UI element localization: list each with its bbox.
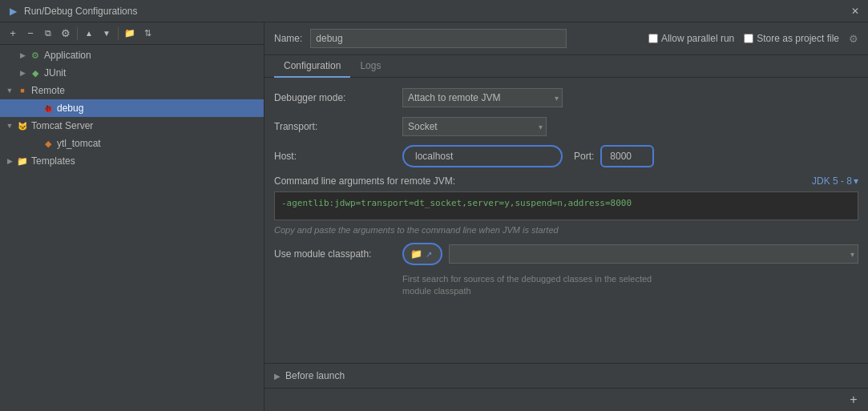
- tab-configuration[interactable]: Configuration: [274, 55, 350, 78]
- main-content: + − ⧉ ⚙ ▲ ▼ 📁 ⇅ ▶ ⚙ Application ▶ ◆ JUni…: [0, 22, 868, 411]
- before-launch-label: Before launch: [285, 370, 345, 381]
- host-input-wrapper: [402, 145, 563, 167]
- toolbar-separator-1: [77, 27, 78, 40]
- tree-label-application: Application: [44, 50, 91, 61]
- chevron-debug: ▶: [29, 102, 42, 115]
- chevron-remote: ▼: [3, 84, 16, 97]
- tree-item-remote[interactable]: ▼ ■ Remote: [0, 82, 264, 99]
- tree-item-ytl-tomcat[interactable]: ▶ ◆ ytl_tomcat: [0, 135, 264, 152]
- tree-item-application[interactable]: ▶ ⚙ Application: [0, 46, 264, 64]
- tree-item-templates[interactable]: ▶ 📁 Templates: [0, 152, 264, 170]
- application-icon: ⚙: [29, 49, 42, 62]
- module-classpath-control: 📁 ↗: [402, 243, 858, 265]
- remove-config-button[interactable]: −: [22, 26, 38, 42]
- cmdline-section-title: Command line arguments for remote JVM: J…: [274, 175, 858, 187]
- cmdline-value: -agentlib:jdwp=transport=dt_socket,serve…: [274, 191, 858, 220]
- tree-label-junit: JUnit: [44, 67, 66, 79]
- tree-label-tomcat: Tomcat Server: [31, 120, 93, 131]
- module-select-wrapper: [449, 244, 858, 264]
- store-project-label: Store as project file: [757, 33, 839, 44]
- name-bar: Name: Allow parallel run Store as projec…: [264, 22, 868, 55]
- module-icon-btn[interactable]: 📁 ↗: [402, 243, 442, 265]
- title-bar-controls: ✕: [849, 5, 862, 18]
- host-label: Host:: [274, 151, 402, 162]
- remote-icon: ■: [16, 84, 29, 97]
- tree-item-tomcat[interactable]: ▼ 🐱 Tomcat Server: [0, 117, 264, 135]
- module-hint-text-2: module classpath: [402, 286, 471, 296]
- close-button[interactable]: ✕: [849, 5, 862, 18]
- port-input-wrapper: [600, 145, 654, 167]
- transport-select-wrapper: Socket Shared memory: [402, 117, 547, 136]
- title-bar: ▶ Run/Debug Configurations ✕: [0, 0, 868, 22]
- chevron-templates: ▶: [3, 155, 16, 167]
- config-gear-button[interactable]: ⚙: [849, 33, 858, 45]
- cmdline-hint: Copy and paste the arguments to the comm…: [274, 225, 858, 235]
- left-panel: + − ⧉ ⚙ ▲ ▼ 📁 ⇅ ▶ ⚙ Application ▶ ◆ JUni…: [0, 22, 264, 411]
- add-config-button[interactable]: +: [5, 26, 21, 42]
- host-input[interactable]: [410, 147, 555, 166]
- module-folder-icon: 📁: [410, 248, 422, 260]
- debugger-mode-control: Attach to remote JVM Listen to remote JV…: [402, 88, 858, 107]
- before-launch-chevron-icon: ▶: [274, 372, 281, 381]
- move-up-button[interactable]: ▲: [81, 26, 97, 42]
- title-bar-left: ▶ Run/Debug Configurations: [6, 5, 137, 18]
- ytl-icon: ◆: [42, 137, 55, 150]
- debugger-mode-select[interactable]: Attach to remote JVM Listen to remote JV…: [402, 88, 563, 107]
- config-tree: ▶ ⚙ Application ▶ ◆ JUnit ▼ ■ Remote ▶ 🐞…: [0, 45, 264, 411]
- port-input[interactable]: [605, 147, 649, 166]
- store-project-group: Store as project file: [744, 33, 839, 44]
- allow-parallel-label: Allow parallel run: [661, 33, 734, 44]
- right-panel: Name: Allow parallel run Store as projec…: [264, 22, 868, 411]
- debug-icon: 🐞: [42, 102, 55, 115]
- tree-item-junit[interactable]: ▶ ◆ JUnit: [0, 64, 264, 82]
- move-to-folder-button[interactable]: 📁: [122, 26, 138, 42]
- templates-icon: 📁: [16, 155, 29, 167]
- tomcat-icon: 🐱: [16, 119, 29, 132]
- jdk-link[interactable]: JDK 5 - 8 ▾: [812, 175, 858, 187]
- debugger-mode-label: Debugger mode:: [274, 92, 402, 103]
- toolbar-separator-2: [118, 27, 119, 40]
- junit-icon: ◆: [29, 66, 42, 79]
- allow-parallel-group: Allow parallel run: [648, 33, 734, 44]
- name-input[interactable]: [310, 29, 567, 48]
- window-title: Run/Debug Configurations: [24, 6, 137, 17]
- tree-label-debug: debug: [57, 103, 83, 114]
- host-port-row: Host: Port:: [274, 145, 858, 167]
- module-select[interactable]: [449, 244, 858, 264]
- tree-item-debug[interactable]: ▶ 🐞 debug: [0, 99, 264, 117]
- name-options: Allow parallel run Store as project file…: [648, 33, 858, 45]
- before-launch-add-button[interactable]: +: [846, 392, 862, 408]
- transport-row: Transport: Socket Shared memory: [274, 116, 858, 137]
- debugger-mode-row: Debugger mode: Attach to remote JVM List…: [274, 87, 858, 108]
- jdk-chevron-icon: ▾: [854, 175, 858, 187]
- module-classpath-label: Use module classpath:: [274, 248, 402, 260]
- name-label: Name:: [274, 33, 302, 44]
- tree-label-remote: Remote: [31, 85, 65, 96]
- module-classpath-row: Use module classpath: 📁 ↗: [274, 243, 858, 265]
- module-hint: First search for sources of the debugged…: [274, 273, 858, 298]
- sort-button[interactable]: ⇅: [139, 26, 155, 42]
- tab-logs[interactable]: Logs: [350, 55, 390, 78]
- cmdline-section: Command line arguments for remote JVM: J…: [274, 175, 858, 235]
- config-tabs: Configuration Logs: [264, 55, 868, 78]
- transport-label: Transport:: [274, 121, 402, 132]
- tree-label-ytl: ytl_tomcat: [57, 138, 101, 149]
- transport-select[interactable]: Socket Shared memory: [402, 117, 547, 136]
- debugger-mode-select-wrapper: Attach to remote JVM Listen to remote JV…: [402, 88, 563, 107]
- chevron-ytl: ▶: [29, 137, 42, 150]
- chevron-application: ▶: [16, 49, 29, 62]
- chevron-tomcat: ▼: [3, 119, 16, 132]
- store-project-checkbox[interactable]: [744, 34, 753, 43]
- tree-label-templates: Templates: [31, 155, 75, 167]
- bottom-toolbar: +: [264, 388, 868, 411]
- chevron-junit: ▶: [16, 66, 29, 79]
- copy-config-button[interactable]: ⧉: [40, 26, 56, 42]
- cmdline-label: Command line arguments for remote JVM:: [274, 175, 455, 187]
- port-label: Port:: [574, 151, 594, 162]
- jdk-label: JDK 5 - 8: [812, 175, 852, 187]
- allow-parallel-checkbox[interactable]: [648, 34, 658, 43]
- move-down-button[interactable]: ▼: [99, 26, 115, 42]
- host-port-control: Port:: [402, 145, 858, 167]
- module-hint-text-1: First search for sources of the debugged…: [402, 274, 652, 284]
- settings-config-button[interactable]: ⚙: [58, 26, 74, 42]
